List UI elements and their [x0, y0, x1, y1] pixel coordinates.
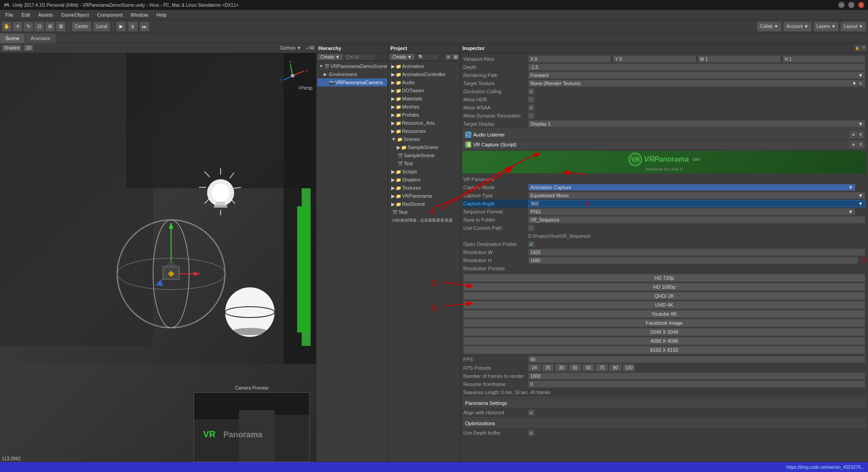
rect-tool[interactable]: ⊞ — [45, 22, 55, 32]
move-tool[interactable]: ✛ — [13, 22, 23, 32]
project-test[interactable]: 🎬Test — [389, 208, 459, 216]
tab-animator[interactable]: Animator — [25, 33, 56, 43]
menu-assets[interactable]: Assets — [35, 11, 57, 18]
fps-preset-50[interactable]: 50 — [569, 364, 581, 372]
account-button[interactable]: Account ▼ — [783, 22, 812, 32]
menu-gameobject[interactable]: GameObject — [58, 11, 93, 18]
hierarchy-create-button[interactable]: Create ▼ — [317, 54, 343, 60]
fps-preset-75[interactable]: 75 — [596, 364, 608, 372]
minimize-button[interactable]: ─ — [838, 2, 845, 8]
capture-angle-dropdown[interactable]: 360▼ — [528, 200, 865, 207]
preset-4096[interactable]: 4096 X 4096 — [463, 337, 865, 345]
vr-menu-button[interactable]: ☰ — [857, 141, 863, 148]
layout-button[interactable]: Layout ▼ — [841, 22, 866, 32]
menu-file[interactable]: File — [2, 11, 17, 18]
resume-frame-field[interactable]: 0 — [528, 381, 865, 388]
tab-scene[interactable]: Scene — [0, 33, 25, 43]
menu-component[interactable]: Component — [93, 11, 126, 18]
preset-youtube8k[interactable]: Youtube 8K — [463, 310, 865, 318]
hand-tool[interactable]: ✋ — [2, 22, 12, 32]
fps-preset-24[interactable]: 24 — [528, 364, 541, 372]
viewport-h-field[interactable]: H 1 — [782, 55, 865, 63]
allow-hdr-checkbox[interactable] — [528, 96, 534, 103]
project-vrpanorama[interactable]: ▶📁VRPanorama — [389, 192, 459, 200]
hierarchy-item-camera[interactable]: 📷 VRPanoramaCamera — [317, 78, 387, 86]
capture-type-dropdown[interactable]: Equidistant Mono▼ — [528, 192, 865, 199]
fps-preset-30[interactable]: 30 — [555, 364, 568, 372]
allow-msaa-checkbox[interactable]: ✓ — [528, 104, 534, 111]
viewport-y-field[interactable]: Y 0 — [613, 55, 696, 63]
project-resource-arts[interactable]: ▶📁Resource_Arts — [389, 119, 459, 127]
resolution-h-field[interactable]: 1080 — [528, 257, 858, 264]
fps-preset-60[interactable]: 60 — [582, 364, 595, 372]
hierarchy-search[interactable] — [344, 54, 375, 60]
window-controls[interactable]: ─ □ ✕ — [838, 2, 864, 8]
use-custom-path-checkbox[interactable] — [528, 225, 534, 231]
fps-preset-90[interactable]: 90 — [609, 364, 622, 372]
project-prefabs[interactable]: ▶📁Prefabs — [389, 111, 459, 119]
audio-listener-section[interactable]: 🔊 Audio Listener ⚙ ☰ — [462, 130, 866, 139]
vr-capture-section[interactable]: 📜 VR Capture (Script) ⚙ ☰ — [462, 140, 866, 149]
preset-2048[interactable]: 2048 X 2048 — [463, 328, 865, 336]
preset-qhd2k[interactable]: QHD/ 2K — [463, 292, 865, 300]
grid-view-button[interactable]: ⊞ — [452, 54, 459, 60]
project-dotween[interactable]: ▶📁DOTween — [389, 86, 459, 95]
depth-field[interactable]: -1.5 — [528, 64, 865, 71]
fps-field[interactable]: 60 — [528, 356, 865, 363]
preset-uhd4k[interactable]: UHD 4K — [463, 301, 865, 309]
preset-hd1080[interactable]: HD 1080p — [463, 283, 865, 291]
preset-8192[interactable]: 8192 X 8192 — [463, 346, 865, 354]
mode-2d-button[interactable]: 2D — [23, 45, 34, 51]
project-animcontroller[interactable]: ▶📁AnimationController — [389, 70, 459, 78]
project-audio[interactable]: ▶📁Audio — [389, 78, 459, 86]
viewport-x-field[interactable]: X 0 — [528, 55, 611, 63]
menu-help[interactable]: Help — [153, 11, 170, 18]
project-sample-scene-file[interactable]: 🎬SampleScene — [389, 151, 459, 159]
preset-hd720[interactable]: HD 720p — [463, 274, 865, 282]
project-u3d[interactable]: U3D迷你球场 - 点击获取更多资源 — [389, 216, 459, 224]
panorama-settings-section[interactable]: Panorama Settings — [462, 399, 866, 408]
fps-preset-25[interactable]: 25 — [542, 364, 554, 372]
project-animation[interactable]: ▶📁Animation — [389, 62, 459, 70]
inspector-menu-button[interactable]: ☰ — [861, 45, 866, 51]
project-materials[interactable]: ▶📁Materials — [389, 95, 459, 103]
target-texture-select-button[interactable]: ⊙ — [858, 81, 863, 86]
resolution-w-field[interactable]: 1920 — [528, 249, 865, 256]
num-frames-field[interactable]: 1000 — [528, 372, 865, 380]
menu-window[interactable]: Window — [127, 11, 152, 18]
project-textures[interactable]: ▶📁Textures — [389, 184, 459, 192]
project-sample-scene-folder[interactable]: ▶📁SampleScene — [389, 143, 459, 151]
project-redscene[interactable]: ▶📁RedScene — [389, 200, 459, 208]
pause-button[interactable]: ⏸ — [128, 22, 138, 32]
scene-view[interactable]: Shaded 2D Gizmos ▼ ✓All — [0, 43, 316, 462]
viewport-w-field[interactable]: W 1 — [698, 55, 781, 63]
target-display-dropdown[interactable]: Display 1▼ — [528, 120, 865, 127]
local-button[interactable]: Local — [93, 22, 110, 32]
use-depth-checkbox[interactable]: ✓ — [528, 430, 534, 436]
layers-button[interactable]: Layers ▼ — [814, 22, 839, 32]
play-button[interactable]: ▶ — [116, 22, 126, 32]
preset-facebook[interactable]: Facebook Image — [463, 319, 865, 327]
shaded-dropdown[interactable]: Shaded — [2, 45, 22, 51]
inspector-lock-button[interactable]: 🔒 — [854, 45, 860, 51]
allow-dynamic-checkbox[interactable] — [528, 113, 534, 119]
open-dest-checkbox[interactable]: ✓ — [528, 241, 534, 247]
center-button[interactable]: Center — [72, 22, 91, 32]
close-button[interactable]: ✕ — [858, 2, 864, 8]
scale-tool[interactable]: ⊡ — [34, 22, 44, 32]
menu-edit[interactable]: Edit — [18, 11, 34, 18]
optimizations-section[interactable]: Optimizations — [462, 419, 866, 428]
list-view-button[interactable]: ≡ — [445, 54, 452, 60]
hierarchy-item-environment[interactable]: ▶ Environment — [317, 70, 387, 78]
occlusion-culling-checkbox[interactable]: ✓ — [528, 88, 534, 95]
audio-settings-button[interactable]: ⚙ — [850, 132, 856, 138]
fps-preset-100[interactable]: 100 — [623, 364, 635, 372]
sequence-format-dropdown[interactable]: PNG▼ — [528, 208, 855, 215]
project-create-button[interactable]: Create ▼ — [389, 54, 415, 60]
hierarchy-item-scene[interactable]: ▼ 🎬 VRPanoramaDemoScene — [317, 62, 387, 70]
vr-settings-button[interactable]: ⚙ — [850, 141, 856, 148]
save-to-folder-field[interactable]: VR_Sequence — [528, 216, 865, 223]
transform-tool[interactable]: ⊠ — [56, 22, 66, 32]
project-meshes[interactable]: ▶📁Meshes — [389, 103, 459, 111]
target-texture-dropdown[interactable]: None (Render Texture) ▼ ⊙ — [528, 80, 865, 87]
